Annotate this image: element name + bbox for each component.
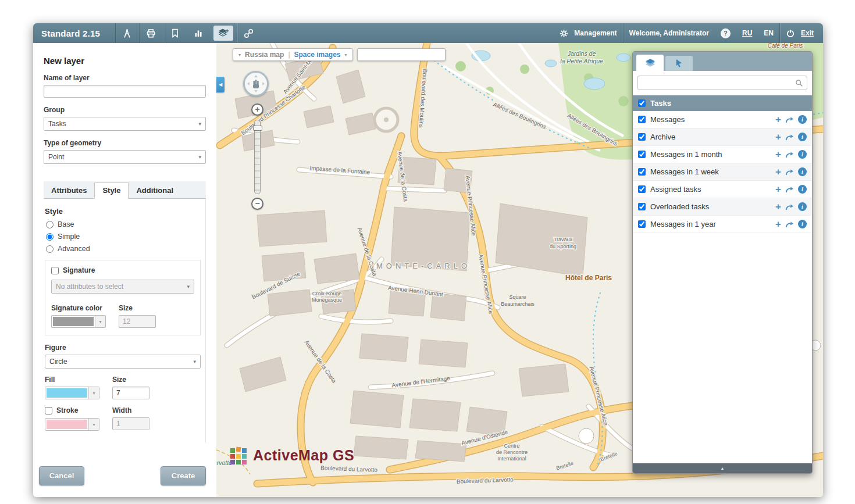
layer-info-icon[interactable]: i [798,202,807,211]
app-title: Standard 2.15 [33,28,115,38]
chevron-down-icon: ▾ [345,52,347,58]
zoom-slider-handle[interactable] [253,126,262,131]
style-option-simple[interactable]: Simple [46,233,200,241]
advanced-radio[interactable] [46,245,54,253]
layer-row[interactable]: Assigned tasks + i [633,181,812,198]
gear-icon [560,29,568,38]
management-link[interactable]: Management [574,29,617,37]
zoom-to-layer-icon[interactable] [785,203,794,210]
signature-checkbox[interactable] [51,267,59,274]
layer-info-icon[interactable]: i [798,220,807,228]
share-link-button[interactable] [237,23,261,43]
geometry-select[interactable]: Point ▾ [44,150,206,164]
figure-select-value: Circle [49,358,67,366]
layer-row[interactable]: Messages + i [633,111,812,128]
zoom-out-button[interactable]: − [251,198,263,210]
add-object-icon[interactable]: + [775,219,781,229]
base-radio[interactable] [46,221,54,228]
link-icon [244,28,254,38]
add-object-icon[interactable]: + [775,167,781,177]
chart-tool-button[interactable] [187,23,210,43]
add-object-icon[interactable]: + [775,115,781,124]
zoom-to-layer-icon[interactable] [785,186,794,193]
zoom-to-layer-icon[interactable] [785,134,794,141]
stroke-checkbox-row[interactable]: Stroke [45,406,99,414]
style-option-advanced[interactable]: Advanced [46,245,200,253]
tab-additional[interactable]: Additional [129,183,181,198]
fill-color-picker[interactable]: ▾ [45,387,99,399]
fill-size-input[interactable] [112,387,149,399]
group-checkbox[interactable] [638,99,646,107]
layer-checkbox[interactable] [638,203,646,210]
tab-style[interactable]: Style [94,182,129,199]
measure-tool-button[interactable] [116,23,139,43]
add-object-icon[interactable]: + [775,132,781,142]
add-object-icon[interactable]: + [775,149,781,159]
zoom-to-layer-icon[interactable] [785,116,794,123]
zoom-to-layer-icon[interactable] [785,151,794,158]
plus-icon: + [255,105,259,114]
layer-search-input[interactable] [642,79,795,87]
help-button[interactable]: ? [721,28,731,38]
layer-checkbox[interactable] [638,185,646,193]
layer-checkbox[interactable] [638,151,646,158]
cancel-button[interactable]: Cancel [39,466,84,485]
create-button[interactable]: Create [161,466,206,485]
layer-checkbox[interactable] [638,133,646,141]
print-button[interactable] [140,23,163,43]
tab-identify[interactable] [665,56,693,71]
tab-attributes[interactable]: Attributes [44,183,94,198]
map-search-input[interactable] [358,49,455,60]
collapse-panel-button[interactable]: ▲ [633,463,812,473]
layer-name-input[interactable] [44,85,206,98]
basemap-russia-map[interactable]: Russia map [245,51,284,59]
layer-info-icon[interactable]: i [798,167,807,176]
layer-checkbox[interactable] [638,168,646,176]
stroke-color-picker[interactable]: ▾ [45,418,99,431]
stroke-width-input[interactable] [112,417,149,430]
zoom-in-button[interactable]: + [251,103,263,116]
layer-row[interactable]: Messages in 1 month + i [633,146,812,163]
signature-checkbox-row[interactable]: Signature [51,266,194,274]
map-search-box [357,48,446,61]
group-select[interactable]: Tasks ▾ [44,117,206,131]
search-icon [795,79,803,87]
style-option-base[interactable]: Base [46,220,200,228]
layers-panel-tabs [633,52,812,71]
bookmark-tool-button[interactable] [163,23,187,43]
layer-row[interactable]: Archive + i [633,128,812,146]
top-toolbar: Standard 2.15 Management Welcome, Admini… [33,23,823,43]
lang-en-link[interactable]: EN [764,29,774,37]
form-footer: Cancel Create [39,466,206,485]
zoom-to-layer-icon[interactable] [785,169,794,176]
zoom-slider[interactable] [254,120,261,194]
signature-size-input[interactable] [119,315,156,328]
tab-layers[interactable] [636,55,664,71]
layer-checkbox[interactable] [638,116,646,123]
exit-link[interactable]: Exit [801,29,814,37]
layer-info-icon[interactable]: i [798,185,807,194]
pan-control[interactable] [243,71,269,96]
group-select-value: Tasks [48,120,66,128]
lang-ru-link[interactable]: RU [742,29,752,37]
simple-radio[interactable] [46,233,54,241]
layer-info-icon[interactable]: i [798,150,807,159]
figure-select[interactable]: Circle ▾ [45,355,201,369]
signature-color-picker[interactable]: ▾ [51,315,106,328]
group-label: Group [44,106,206,114]
add-object-icon[interactable]: + [775,202,781,212]
add-layer-tool-button[interactable] [213,26,233,41]
basemap-space-images[interactable]: Space images [294,51,341,59]
layer-row[interactable]: Overloaded tasks + i [633,198,812,216]
collapse-left-panel-button[interactable]: ◀ [216,77,225,92]
layer-group-header[interactable]: Tasks [633,95,812,111]
stroke-checkbox[interactable] [45,407,52,414]
layer-info-icon[interactable]: i [798,115,807,124]
layer-info-icon[interactable]: i [798,133,807,141]
layer-checkbox[interactable] [638,220,646,228]
zoom-to-layer-icon[interactable] [785,221,794,228]
layer-row[interactable]: Messages in 1 week + i [633,163,812,181]
signature-attribute-select[interactable]: No attributes to select ▾ [51,280,194,294]
layer-row[interactable]: Messages in 1 year + i [633,216,812,233]
add-object-icon[interactable]: + [775,184,781,194]
